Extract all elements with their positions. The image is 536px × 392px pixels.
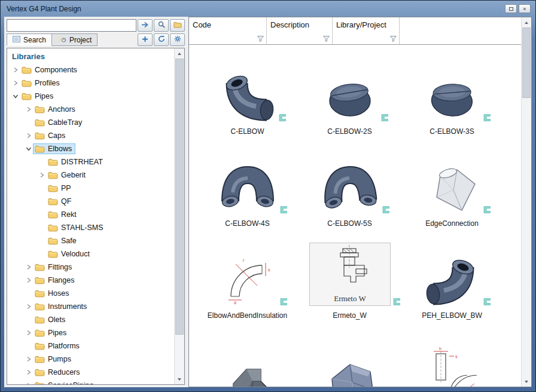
tree-item[interactable]: Geberit: [7, 169, 174, 182]
chevron-right-icon[interactable]: [24, 264, 33, 270]
folder-icon: [48, 172, 58, 179]
tree-scrollbar[interactable]: [174, 48, 184, 384]
part-item[interactable]: [299, 322, 401, 387]
catalog-badge-icon: [382, 206, 390, 214]
catalog-badge-icon: [278, 114, 287, 122]
folder-icon: [35, 106, 45, 114]
tree-item[interactable]: Platforms: [7, 339, 174, 353]
tree-item[interactable]: Rekt: [7, 208, 174, 221]
tree-item-label: Rekt: [61, 210, 77, 219]
part-item[interactable]: C-ELBOW-4S: [196, 138, 299, 230]
part-item[interactable]: EdgeConnection: [401, 138, 503, 230]
column-label: Code: [193, 20, 211, 29]
part-item[interactable]: C-ELBOW: [196, 46, 299, 138]
refresh-button[interactable]: [154, 33, 169, 46]
tree-item[interactable]: Anchors: [7, 103, 174, 116]
tree-item[interactable]: Safe: [7, 234, 174, 247]
gear-icon: [174, 35, 181, 44]
chevron-right-icon[interactable]: [24, 277, 33, 283]
part-item[interactable]: [196, 322, 299, 387]
filter-icon[interactable]: [322, 35, 330, 42]
tree-scrollbar-thumb[interactable]: [175, 59, 184, 335]
chevron-right-icon[interactable]: [24, 106, 33, 112]
tree-item[interactable]: Caps: [7, 129, 174, 142]
tab-project[interactable]: Project: [51, 33, 98, 46]
tree-item[interactable]: PP: [7, 182, 174, 195]
chevron-down-icon[interactable]: [11, 93, 20, 99]
filter-icon[interactable]: [389, 35, 397, 42]
tree-item[interactable]: Fittings: [7, 261, 174, 274]
tree-item-label: QF: [61, 197, 71, 206]
part-item[interactable]: C-ELBOW-3S: [401, 46, 503, 138]
open-library-button[interactable]: [170, 19, 185, 32]
tree-item[interactable]: CableTray: [7, 116, 174, 129]
close-button[interactable]: ×: [519, 4, 531, 13]
chevron-right-icon[interactable]: [24, 330, 33, 336]
column-header-description[interactable]: Description: [267, 17, 333, 44]
catalog-badge-icon: [279, 206, 288, 214]
settings-button[interactable]: [170, 33, 185, 46]
restore-button[interactable]: [505, 4, 517, 13]
arrow-right-icon: [141, 21, 149, 30]
tree-item[interactable]: Pipes: [7, 90, 174, 103]
folder-icon: [35, 132, 45, 140]
folder-icon: [48, 211, 58, 219]
tree-item-label: Instruments: [48, 302, 87, 311]
parts-grid: C-ELBOWC-ELBOW-2SC-ELBOW-3SC-ELBOW-4SC-E…: [196, 46, 521, 387]
filter-icon[interactable]: [257, 35, 264, 42]
chevron-right-icon[interactable]: [24, 133, 33, 139]
tree-item[interactable]: Olets: [7, 313, 174, 326]
tree-item[interactable]: ServicePiping: [7, 379, 174, 384]
column-header-library-project[interactable]: Library/Project: [333, 17, 400, 44]
tree-item[interactable]: QF: [7, 195, 174, 208]
chevron-right-icon[interactable]: [11, 67, 20, 73]
tree-item-label: Pipes: [48, 329, 66, 337]
tree-item[interactable]: Hoses: [7, 287, 174, 300]
scroll-down-button[interactable]: [175, 374, 184, 384]
tree-item[interactable]: Instruments: [7, 300, 174, 313]
part-item[interactable]: C-ELBOW-5S: [299, 138, 401, 230]
folder-icon: [35, 382, 45, 385]
tree-item-label: Components: [35, 66, 77, 74]
tree-item[interactable]: Veloduct: [7, 247, 174, 261]
scroll-up-button[interactable]: [522, 17, 531, 27]
part-code-label: EdgeConnection: [425, 219, 479, 228]
tree-item-label: Flanges: [48, 276, 74, 284]
tree-item[interactable]: Reducers: [7, 366, 174, 379]
part-code-label: Ermeto_W: [333, 311, 367, 320]
part-item[interactable]: C-ELBOW-2S: [299, 46, 401, 138]
column-header-code[interactable]: Code: [189, 17, 267, 44]
tree-item[interactable]: STAHL-SMS: [7, 221, 174, 234]
tree-item[interactable]: Pumps: [7, 353, 174, 366]
go-button[interactable]: [138, 19, 153, 32]
tree-item[interactable]: Components: [7, 63, 174, 76]
add-button[interactable]: [138, 33, 153, 46]
chevron-right-icon[interactable]: [11, 80, 20, 86]
catalog-scrollbar[interactable]: [521, 17, 531, 387]
chevron-right-icon[interactable]: [24, 304, 33, 310]
scroll-up-button[interactable]: [175, 48, 184, 59]
chevron-right-icon[interactable]: [37, 172, 46, 178]
part-item[interactable]: dsrElbowAndBendInsulation: [196, 230, 299, 322]
scroll-down-button[interactable]: [522, 376, 531, 387]
part-item[interactable]: Ermeto WErmeto_W: [299, 230, 401, 322]
title-bar[interactable]: Vertex G4 Plant Design ×: [1, 1, 535, 17]
chevron-right-icon[interactable]: [24, 356, 33, 362]
search-input[interactable]: [7, 19, 136, 32]
chevron-down-icon[interactable]: [24, 146, 33, 152]
part-item[interactable]: PEH_ELBOW_BW: [401, 230, 503, 322]
catalog-badge-icon: [279, 298, 288, 306]
tree-item[interactable]: Flanges: [7, 274, 174, 287]
part-item[interactable]: hsa: [401, 322, 503, 387]
arrow-up-icon: [178, 53, 181, 55]
tab-search[interactable]: Search: [7, 33, 52, 46]
folder-icon: [48, 250, 58, 258]
catalog-scrollbar-thumb[interactable]: [522, 27, 531, 98]
chevron-right-icon[interactable]: [24, 369, 33, 375]
chevron-right-icon[interactable]: [24, 382, 33, 384]
search-button[interactable]: [154, 19, 169, 32]
tree-item[interactable]: DISTRHEAT: [7, 155, 174, 169]
tree-item[interactable]: Elbows: [7, 142, 174, 155]
tree-item[interactable]: Pipes: [7, 326, 174, 339]
tree-item[interactable]: Profiles: [7, 76, 174, 90]
